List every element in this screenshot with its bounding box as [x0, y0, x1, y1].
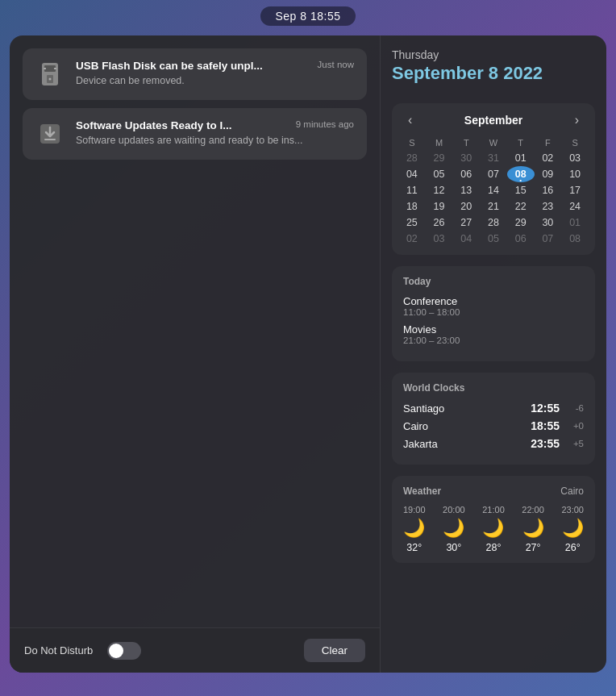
cal-day-0-5[interactable]: 02: [535, 150, 562, 166]
weather-icon-0: 🌙: [403, 518, 425, 539]
weather-hour-1: 20:00: [443, 505, 465, 515]
toggle-knob: [109, 644, 123, 658]
usb-icon: [35, 60, 65, 89]
clock-cairo-right: 18:55 +0: [531, 419, 584, 432]
weather-col-1: 20:00🌙30°: [443, 505, 465, 553]
cal-day-3-4[interactable]: 22: [507, 198, 535, 215]
calendar-week-4: 25262728293001: [398, 215, 589, 231]
cal-day-5-0[interactable]: 02: [398, 231, 426, 247]
clock-santiago-offset: -6: [566, 403, 584, 413]
cal-day-3-6[interactable]: 24: [561, 198, 589, 215]
weather-icon-3: 🌙: [522, 518, 544, 539]
cal-day-2-0[interactable]: 11: [398, 182, 426, 198]
svg-rect-3: [44, 68, 46, 69]
cal-day-3-3[interactable]: 21: [480, 198, 507, 215]
cal-day-1-2[interactable]: 06: [452, 166, 480, 182]
cal-day-4-6[interactable]: 01: [561, 215, 589, 231]
weekday-m: M: [426, 135, 453, 150]
cal-day-4-5[interactable]: 30: [535, 215, 562, 231]
cal-day-0-1[interactable]: 29: [426, 150, 453, 166]
notification-updates[interactable]: Software Updates Ready to I... 9 minutes…: [23, 108, 367, 160]
notif-updates-body: Software updates are waiting and ready t…: [76, 135, 354, 146]
bottom-bar: Do Not Disturb Clear: [10, 627, 380, 673]
clear-button[interactable]: Clear: [304, 639, 365, 662]
cal-day-4-1[interactable]: 26: [426, 215, 453, 231]
weather-hour-3: 22:00: [522, 505, 544, 515]
cal-day-1-6[interactable]: 10: [561, 166, 589, 182]
weather-temp-4: 26°: [565, 542, 581, 553]
weather-temp-2: 28°: [486, 542, 502, 553]
weather-temp-0: 32°: [406, 542, 422, 553]
weather-hour-0: 19:00: [403, 505, 426, 515]
cal-day-0-6[interactable]: 03: [561, 150, 589, 166]
event-movies: Movies 21:00 – 23:00: [403, 323, 584, 345]
cal-day-4-2[interactable]: 27: [452, 215, 480, 231]
weekday-s1: S: [398, 135, 426, 150]
svg-point-5: [49, 78, 52, 81]
cal-day-3-2[interactable]: 20: [452, 198, 480, 215]
cal-day-2-4[interactable]: 15: [507, 182, 535, 198]
cal-day-1-0[interactable]: 04: [398, 166, 426, 182]
notif-updates-header: Software Updates Ready to I... 9 minutes…: [76, 119, 354, 131]
right-panel: Thursday September 8 2022 ‹ September › …: [381, 35, 606, 673]
notifications-panel: USB Flash Disk can be safely unpl... Jus…: [10, 35, 381, 673]
cal-day-5-5[interactable]: 07: [535, 231, 562, 247]
calendar-nav: ‹ September ›: [398, 111, 589, 129]
clock-cairo: Cairo 18:55 +0: [403, 419, 584, 432]
cal-day-0-0[interactable]: 28: [398, 150, 426, 166]
event-movies-time: 21:00 – 23:00: [403, 335, 584, 345]
clock-santiago-time: 12:55: [531, 402, 560, 415]
cal-day-3-5[interactable]: 23: [535, 198, 562, 215]
clock-santiago: Santiago 12:55 -6: [403, 402, 584, 415]
weather-location: Cairo: [560, 486, 584, 497]
clock-santiago-right: 12:55 -6: [531, 402, 584, 415]
weekday-t2: T: [507, 135, 535, 150]
weather-grid: 19:00🌙32°20:00🌙30°21:00🌙28°22:00🌙27°23:0…: [403, 505, 584, 553]
cal-day-0-3[interactable]: 31: [480, 150, 507, 166]
dnd-toggle[interactable]: [107, 642, 141, 660]
cal-day-4-4[interactable]: 29: [507, 215, 535, 231]
next-month-button[interactable]: ›: [568, 111, 585, 129]
cal-day-0-4[interactable]: 01: [507, 150, 535, 166]
clock-cairo-time: 18:55: [531, 419, 560, 432]
cal-day-5-3[interactable]: 05: [480, 231, 507, 247]
cal-day-2-2[interactable]: 13: [452, 182, 480, 198]
weather-col-0: 19:00🌙32°: [403, 505, 426, 553]
clock-santiago-city: Santiago: [403, 402, 444, 415]
cal-day-2-3[interactable]: 14: [480, 182, 507, 198]
cal-day-1-3[interactable]: 07: [480, 166, 507, 182]
calendar-week-5: 02030405060708: [398, 231, 589, 247]
cal-day-1-5[interactable]: 09: [535, 166, 562, 182]
cal-day-4-0[interactable]: 25: [398, 215, 426, 231]
weather-icon-1: 🌙: [443, 518, 464, 539]
weather-section: Weather Cairo 19:00🌙32°20:00🌙30°21:00🌙28…: [392, 476, 595, 563]
cal-day-3-1[interactable]: 19: [426, 198, 453, 215]
cal-day-4-3[interactable]: 28: [480, 215, 507, 231]
cal-day-2-5[interactable]: 16: [535, 182, 562, 198]
notif-usb-header: USB Flash Disk can be safely unpl... Jus…: [76, 60, 354, 72]
weather-icon-2: 🌙: [482, 518, 504, 539]
weather-icon-4: 🌙: [562, 518, 584, 539]
weekday-f: F: [535, 135, 562, 150]
notification-usb[interactable]: USB Flash Disk can be safely unpl... Jus…: [23, 48, 367, 100]
cal-day-2-6[interactable]: 17: [561, 182, 589, 198]
cal-day-0-2[interactable]: 30: [452, 150, 480, 166]
cal-day-5-6[interactable]: 08: [561, 231, 589, 247]
cal-day-1-1[interactable]: 05: [426, 166, 453, 182]
cal-day-2-1[interactable]: 12: [426, 182, 453, 198]
prev-month-button[interactable]: ‹: [402, 111, 418, 129]
cal-day-5-4[interactable]: 06: [507, 231, 535, 247]
cal-day-5-1[interactable]: 03: [426, 231, 453, 247]
svg-rect-4: [54, 68, 56, 69]
cal-day-1-4[interactable]: 08: [507, 166, 535, 182]
cal-day-5-2[interactable]: 04: [452, 231, 480, 247]
calendar-body: 2829303101020304050607080910111213141516…: [398, 150, 589, 247]
weekday-t1: T: [452, 135, 480, 150]
calendar-weekday-row: S M T W T F S: [398, 135, 589, 150]
weather-col-3: 22:00🌙27°: [522, 505, 544, 553]
cal-day-3-0[interactable]: 18: [398, 198, 426, 215]
datetime-display: Sep 8 18:55: [260, 6, 355, 26]
calendar-week-3: 18192021222324: [398, 198, 589, 215]
dnd-label: Do Not Disturb: [24, 644, 93, 656]
world-clocks-section: World Clocks Santiago 12:55 -6 Cairo 18:…: [392, 373, 595, 465]
